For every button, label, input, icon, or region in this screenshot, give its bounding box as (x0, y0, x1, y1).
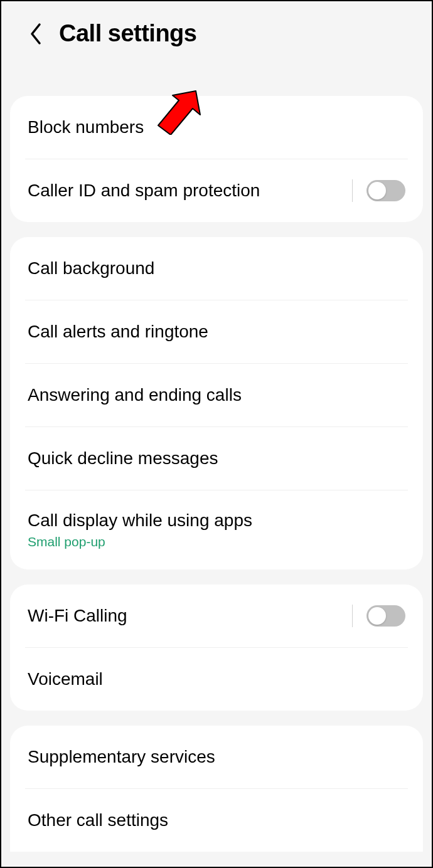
caller-id-label: Caller ID and spam protection (28, 181, 260, 201)
call-background-label: Call background (28, 258, 154, 278)
caller-id-toggle-wrap (352, 179, 405, 202)
item-call-background[interactable]: Call background (10, 237, 423, 300)
section-calls: Call background Call alerts and ringtone… (10, 237, 423, 569)
item-display-apps[interactable]: Call display while using apps Small pop-… (10, 490, 423, 569)
supplementary-label: Supplementary services (28, 747, 215, 767)
section-block: Block numbers Caller ID and spam protect… (10, 96, 423, 222)
item-quick-decline[interactable]: Quick decline messages (10, 427, 423, 490)
block-numbers-label: Block numbers (28, 117, 144, 137)
wifi-calling-toggle[interactable] (366, 605, 405, 627)
item-wifi-calling[interactable]: Wi-Fi Calling (10, 585, 423, 647)
toggle-knob (368, 182, 386, 199)
item-voicemail[interactable]: Voicemail (10, 648, 423, 711)
item-block-numbers[interactable]: Block numbers (10, 96, 423, 159)
toggle-divider (352, 179, 353, 202)
other-settings-label: Other call settings (28, 810, 168, 830)
back-icon[interactable] (26, 24, 45, 43)
display-apps-label: Call display while using apps (28, 511, 252, 531)
item-supplementary[interactable]: Supplementary services (10, 726, 423, 788)
call-alerts-label: Call alerts and ringtone (28, 322, 208, 342)
item-answering[interactable]: Answering and ending calls (10, 364, 423, 426)
answering-label: Answering and ending calls (28, 385, 242, 405)
wifi-calling-label: Wi-Fi Calling (28, 606, 127, 626)
toggle-divider (352, 605, 353, 627)
display-apps-subtext: Small pop-up (28, 534, 252, 549)
section-wifi: Wi-Fi Calling Voicemail (10, 585, 423, 711)
caller-id-toggle[interactable] (366, 180, 405, 201)
item-call-alerts[interactable]: Call alerts and ringtone (10, 300, 423, 363)
page-title: Call settings (59, 20, 196, 47)
item-caller-id[interactable]: Caller ID and spam protection (10, 159, 423, 222)
voicemail-label: Voicemail (28, 669, 103, 689)
wifi-toggle-wrap (352, 605, 405, 627)
item-other-settings[interactable]: Other call settings (10, 789, 423, 852)
section-other: Supplementary services Other call settin… (10, 726, 423, 852)
quick-decline-label: Quick decline messages (28, 448, 218, 468)
toggle-knob (368, 607, 386, 625)
page-header: Call settings (1, 1, 432, 66)
